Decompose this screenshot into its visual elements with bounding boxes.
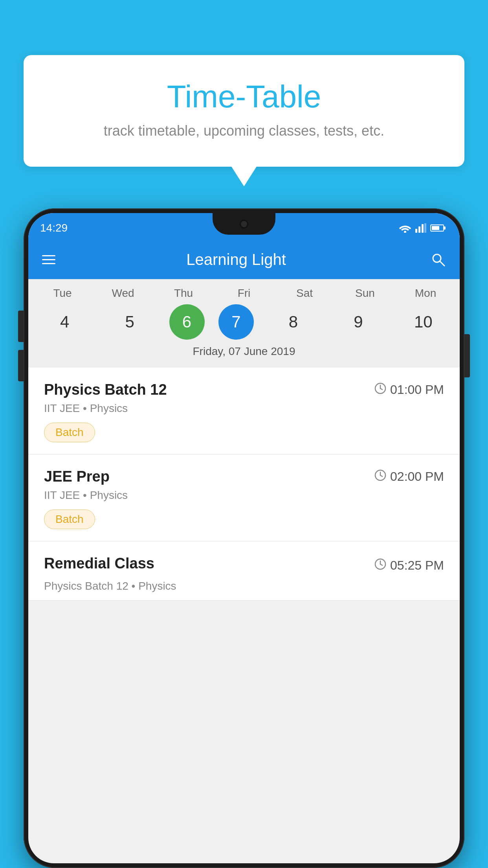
batch-badge-1: Batch [44, 423, 95, 442]
selected-date-label: Friday, 07 June 2019 [32, 345, 456, 364]
date-7-selected[interactable]: 7 [218, 304, 254, 340]
day-tue: Tue [37, 287, 88, 300]
svg-point-0 [404, 231, 406, 233]
schedule-time-1: 01:00 PM [374, 383, 444, 397]
clock-svg-2 [374, 469, 386, 481]
day-sun: Sun [339, 287, 391, 300]
svg-line-9 [380, 388, 382, 390]
day-sat: Sat [279, 287, 330, 300]
schedule-title-2: JEE Prep [44, 468, 110, 485]
date-6-today[interactable]: 6 [169, 304, 205, 340]
phone-outer: 14:29 [24, 208, 464, 868]
day-thu: Thu [158, 287, 209, 300]
schedule-time-text-1: 01:00 PM [390, 383, 444, 397]
schedule-item-2-header: JEE Prep 02:00 PM [44, 468, 444, 485]
hamburger-menu-button[interactable] [42, 255, 55, 264]
svg-rect-2 [418, 226, 420, 233]
schedule-item-1-header: Physics Batch 12 01:00 PM [44, 381, 444, 398]
dates-row: 4 5 6 7 8 9 10 [32, 304, 456, 340]
clock-icon-1 [374, 383, 386, 397]
schedule-subtitle-2: IIT JEE • Physics [44, 489, 444, 502]
day-mon: Mon [400, 287, 451, 300]
schedule-item-1[interactable]: Physics Batch 12 01:00 PM [28, 368, 460, 454]
schedule-time-text-2: 02:00 PM [390, 469, 444, 484]
search-button[interactable] [430, 252, 446, 267]
schedule-time-3: 05:25 PM [374, 558, 444, 573]
speech-bubble-container: Time-Table track timetable, upcoming cla… [24, 55, 464, 167]
status-time: 14:29 [40, 222, 68, 234]
svg-rect-3 [422, 224, 424, 233]
batch-badge-2: Batch [44, 509, 95, 529]
search-icon [430, 252, 446, 267]
svg-line-12 [380, 475, 382, 476]
signal-icon [415, 223, 426, 233]
svg-rect-4 [424, 223, 426, 233]
schedule-item-3-header: Remedial Class 05:25 PM [44, 555, 444, 576]
schedule-title-3: Remedial Class [44, 555, 154, 572]
app-bar: Learning Light [28, 240, 460, 279]
front-camera [240, 220, 248, 228]
day-fri: Fri [218, 287, 270, 300]
clock-icon-3 [374, 558, 386, 573]
date-9[interactable]: 9 [333, 304, 384, 340]
schedule-item-2[interactable]: JEE Prep 02:00 PM [28, 454, 460, 541]
phone-screen: 14:29 [28, 213, 460, 863]
days-row: Tue Wed Thu Fri Sat Sun Mon [32, 287, 456, 300]
day-wed: Wed [97, 287, 149, 300]
speech-bubble: Time-Table track timetable, upcoming cla… [24, 55, 464, 167]
bubble-title: Time-Table [55, 79, 433, 115]
date-4[interactable]: 4 [39, 304, 90, 340]
battery-icon [430, 224, 444, 232]
date-5[interactable]: 5 [104, 304, 155, 340]
svg-rect-1 [415, 229, 417, 233]
wifi-icon [399, 223, 411, 233]
svg-line-6 [440, 261, 444, 266]
phone-frame: 14:29 [24, 208, 464, 868]
clock-svg-1 [374, 383, 386, 394]
date-8[interactable]: 8 [268, 304, 319, 340]
bubble-subtitle: track timetable, upcoming classes, tests… [55, 123, 433, 139]
calendar-strip: Tue Wed Thu Fri Sat Sun Mon 4 5 6 7 8 9 … [28, 279, 460, 368]
schedule-time-2: 02:00 PM [374, 469, 444, 484]
schedule-title-1: Physics Batch 12 [44, 381, 167, 398]
date-10[interactable]: 10 [398, 304, 449, 340]
schedule-subtitle-1: IIT JEE • Physics [44, 402, 444, 415]
schedule-time-text-3: 05:25 PM [390, 558, 444, 573]
svg-line-15 [380, 564, 382, 565]
status-icons [399, 223, 444, 233]
schedule-subtitle-3: Physics Batch 12 • Physics [44, 580, 444, 592]
schedule-list: Physics Batch 12 01:00 PM [28, 368, 460, 601]
app-title: Learning Light [67, 251, 405, 268]
clock-svg-3 [374, 558, 386, 570]
schedule-item-3[interactable]: Remedial Class 05:25 PM [28, 541, 460, 601]
clock-icon-2 [374, 469, 386, 484]
phone-notch [213, 213, 275, 235]
